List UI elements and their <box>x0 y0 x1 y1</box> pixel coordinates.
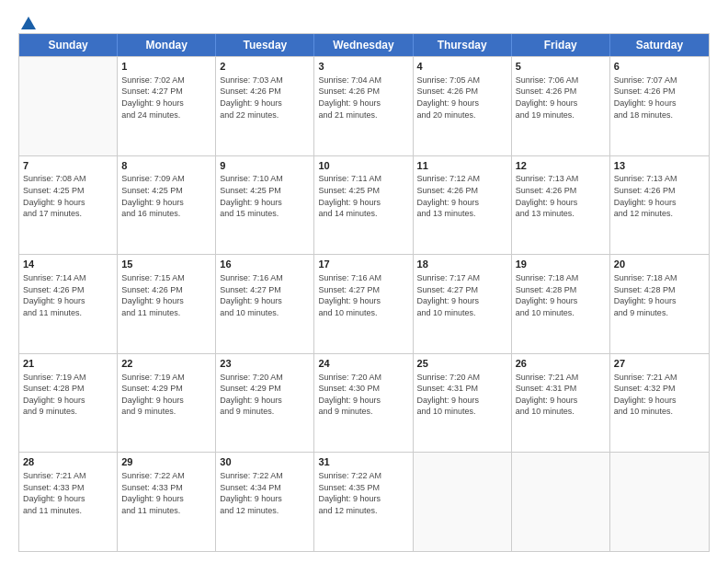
cell-day-number: 11 <box>417 159 507 173</box>
logo-icon <box>20 15 37 31</box>
calendar-cell: 22Sunrise: 7:19 AM Sunset: 4:29 PM Dayli… <box>118 354 216 453</box>
calendar: SundayMondayTuesdayWednesdayThursdayFrid… <box>18 33 710 552</box>
cell-day-number: 15 <box>121 258 211 271</box>
calendar-cell: 9Sunrise: 7:10 AM Sunset: 4:25 PM Daylig… <box>216 156 314 255</box>
cell-day-number: 28 <box>23 455 113 469</box>
cell-info: Sunrise: 7:18 AM Sunset: 4:28 PM Dayligh… <box>516 272 606 318</box>
calendar-cell: 7Sunrise: 7:08 AM Sunset: 4:25 PM Daylig… <box>19 156 118 255</box>
calendar-cell: 20Sunrise: 7:18 AM Sunset: 4:28 PM Dayli… <box>610 255 709 353</box>
cell-info: Sunrise: 7:11 AM Sunset: 4:25 PM Dayligh… <box>318 173 408 219</box>
calendar-cell: 10Sunrise: 7:11 AM Sunset: 4:25 PM Dayli… <box>314 156 413 255</box>
cell-day-number: 22 <box>121 357 211 371</box>
calendar-cell: 27Sunrise: 7:21 AM Sunset: 4:32 PM Dayli… <box>610 354 709 453</box>
cell-info: Sunrise: 7:02 AM Sunset: 4:27 PM Dayligh… <box>121 75 211 121</box>
calendar-row: 14Sunrise: 7:14 AM Sunset: 4:26 PM Dayli… <box>19 254 709 353</box>
cell-info: Sunrise: 7:19 AM Sunset: 4:29 PM Dayligh… <box>121 372 211 418</box>
calendar-cell: 19Sunrise: 7:18 AM Sunset: 4:28 PM Dayli… <box>512 255 610 353</box>
calendar-header: SundayMondayTuesdayWednesdayThursdayFrid… <box>19 34 709 56</box>
calendar-header-cell: Wednesday <box>314 34 413 56</box>
calendar-cell: 3Sunrise: 7:04 AM Sunset: 4:26 PM Daylig… <box>314 57 413 155</box>
cell-day-number: 30 <box>220 455 310 469</box>
calendar-header-cell: Sunday <box>19 34 118 56</box>
cell-day-number: 10 <box>318 159 408 173</box>
cell-info: Sunrise: 7:04 AM Sunset: 4:26 PM Dayligh… <box>318 75 408 121</box>
cell-day-number: 26 <box>516 357 606 371</box>
page: SundayMondayTuesdayWednesdayThursdayFrid… <box>0 0 728 563</box>
cell-info: Sunrise: 7:20 AM Sunset: 4:29 PM Dayligh… <box>220 372 310 418</box>
cell-day-number: 23 <box>220 357 310 371</box>
calendar-cell: 5Sunrise: 7:06 AM Sunset: 4:26 PM Daylig… <box>512 57 610 155</box>
cell-info: Sunrise: 7:15 AM Sunset: 4:26 PM Dayligh… <box>121 272 211 318</box>
calendar-cell: 16Sunrise: 7:16 AM Sunset: 4:27 PM Dayli… <box>216 255 314 353</box>
calendar-row: 21Sunrise: 7:19 AM Sunset: 4:28 PM Dayli… <box>19 353 709 453</box>
cell-info: Sunrise: 7:22 AM Sunset: 4:33 PM Dayligh… <box>121 470 211 516</box>
calendar-cell: 1Sunrise: 7:02 AM Sunset: 4:27 PM Daylig… <box>118 57 216 155</box>
cell-info: Sunrise: 7:10 AM Sunset: 4:25 PM Dayligh… <box>220 173 310 219</box>
cell-info: Sunrise: 7:20 AM Sunset: 4:31 PM Dayligh… <box>417 372 507 418</box>
cell-info: Sunrise: 7:12 AM Sunset: 4:26 PM Dayligh… <box>417 173 507 219</box>
svg-marker-0 <box>21 17 36 29</box>
calendar-cell: 6Sunrise: 7:07 AM Sunset: 4:26 PM Daylig… <box>610 57 709 155</box>
calendar-header-cell: Tuesday <box>216 34 314 56</box>
cell-info: Sunrise: 7:16 AM Sunset: 4:27 PM Dayligh… <box>220 272 310 318</box>
calendar-cell: 2Sunrise: 7:03 AM Sunset: 4:26 PM Daylig… <box>216 57 314 155</box>
cell-info: Sunrise: 7:19 AM Sunset: 4:28 PM Dayligh… <box>23 372 113 418</box>
calendar-cell: 21Sunrise: 7:19 AM Sunset: 4:28 PM Dayli… <box>19 354 118 453</box>
calendar-cell: 17Sunrise: 7:16 AM Sunset: 4:27 PM Dayli… <box>314 255 413 353</box>
cell-info: Sunrise: 7:20 AM Sunset: 4:30 PM Dayligh… <box>318 372 408 418</box>
cell-day-number: 20 <box>614 258 705 271</box>
calendar-header-cell: Monday <box>118 34 216 56</box>
calendar-cell: 29Sunrise: 7:22 AM Sunset: 4:33 PM Dayli… <box>118 453 216 551</box>
calendar-header-cell: Saturday <box>610 34 709 56</box>
calendar-cell: 12Sunrise: 7:13 AM Sunset: 4:26 PM Dayli… <box>512 156 610 255</box>
calendar-cell: 15Sunrise: 7:15 AM Sunset: 4:26 PM Dayli… <box>118 255 216 353</box>
calendar-cell <box>610 453 709 551</box>
cell-day-number: 21 <box>23 357 113 371</box>
calendar-cell <box>19 57 118 155</box>
cell-day-number: 19 <box>516 258 606 271</box>
calendar-cell: 31Sunrise: 7:22 AM Sunset: 4:35 PM Dayli… <box>314 453 413 551</box>
calendar-cell: 23Sunrise: 7:20 AM Sunset: 4:29 PM Dayli… <box>216 354 314 453</box>
cell-info: Sunrise: 7:18 AM Sunset: 4:28 PM Dayligh… <box>614 272 705 318</box>
cell-day-number: 17 <box>318 258 408 271</box>
cell-day-number: 16 <box>220 258 310 271</box>
cell-day-number: 29 <box>121 455 211 469</box>
calendar-cell: 25Sunrise: 7:20 AM Sunset: 4:31 PM Dayli… <box>414 354 512 453</box>
cell-day-number: 5 <box>516 60 606 74</box>
cell-info: Sunrise: 7:16 AM Sunset: 4:27 PM Dayligh… <box>318 272 408 318</box>
cell-info: Sunrise: 7:21 AM Sunset: 4:31 PM Dayligh… <box>516 372 606 418</box>
calendar-body: 1Sunrise: 7:02 AM Sunset: 4:27 PM Daylig… <box>19 56 709 551</box>
calendar-cell: 14Sunrise: 7:14 AM Sunset: 4:26 PM Dayli… <box>19 255 118 353</box>
cell-info: Sunrise: 7:17 AM Sunset: 4:27 PM Dayligh… <box>417 272 507 318</box>
calendar-cell: 28Sunrise: 7:21 AM Sunset: 4:33 PM Dayli… <box>19 453 118 551</box>
cell-day-number: 12 <box>516 159 606 173</box>
calendar-cell: 8Sunrise: 7:09 AM Sunset: 4:25 PM Daylig… <box>118 156 216 255</box>
calendar-cell: 4Sunrise: 7:05 AM Sunset: 4:26 PM Daylig… <box>414 57 512 155</box>
cell-day-number: 31 <box>318 455 408 469</box>
cell-info: Sunrise: 7:22 AM Sunset: 4:35 PM Dayligh… <box>318 470 408 516</box>
calendar-cell: 11Sunrise: 7:12 AM Sunset: 4:26 PM Dayli… <box>414 156 512 255</box>
calendar-header-cell: Thursday <box>414 34 512 56</box>
logo <box>18 17 37 28</box>
cell-day-number: 6 <box>614 60 705 74</box>
cell-info: Sunrise: 7:03 AM Sunset: 4:26 PM Dayligh… <box>220 75 310 121</box>
cell-info: Sunrise: 7:13 AM Sunset: 4:26 PM Dayligh… <box>516 173 606 219</box>
cell-day-number: 3 <box>318 60 408 74</box>
calendar-cell: 18Sunrise: 7:17 AM Sunset: 4:27 PM Dayli… <box>414 255 512 353</box>
calendar-cell: 26Sunrise: 7:21 AM Sunset: 4:31 PM Dayli… <box>512 354 610 453</box>
cell-day-number: 2 <box>220 60 310 74</box>
cell-info: Sunrise: 7:13 AM Sunset: 4:26 PM Dayligh… <box>614 173 705 219</box>
cell-info: Sunrise: 7:07 AM Sunset: 4:26 PM Dayligh… <box>614 75 705 121</box>
calendar-cell <box>512 453 610 551</box>
cell-day-number: 25 <box>417 357 507 371</box>
cell-day-number: 27 <box>614 357 705 371</box>
calendar-row: 1Sunrise: 7:02 AM Sunset: 4:27 PM Daylig… <box>19 56 709 155</box>
calendar-row: 28Sunrise: 7:21 AM Sunset: 4:33 PM Dayli… <box>19 452 709 551</box>
cell-info: Sunrise: 7:06 AM Sunset: 4:26 PM Dayligh… <box>516 75 606 121</box>
cell-day-number: 7 <box>23 159 113 173</box>
cell-info: Sunrise: 7:21 AM Sunset: 4:33 PM Dayligh… <box>23 470 113 516</box>
cell-day-number: 13 <box>614 159 705 173</box>
cell-info: Sunrise: 7:14 AM Sunset: 4:26 PM Dayligh… <box>23 272 113 318</box>
cell-day-number: 9 <box>220 159 310 173</box>
cell-day-number: 4 <box>417 60 507 74</box>
